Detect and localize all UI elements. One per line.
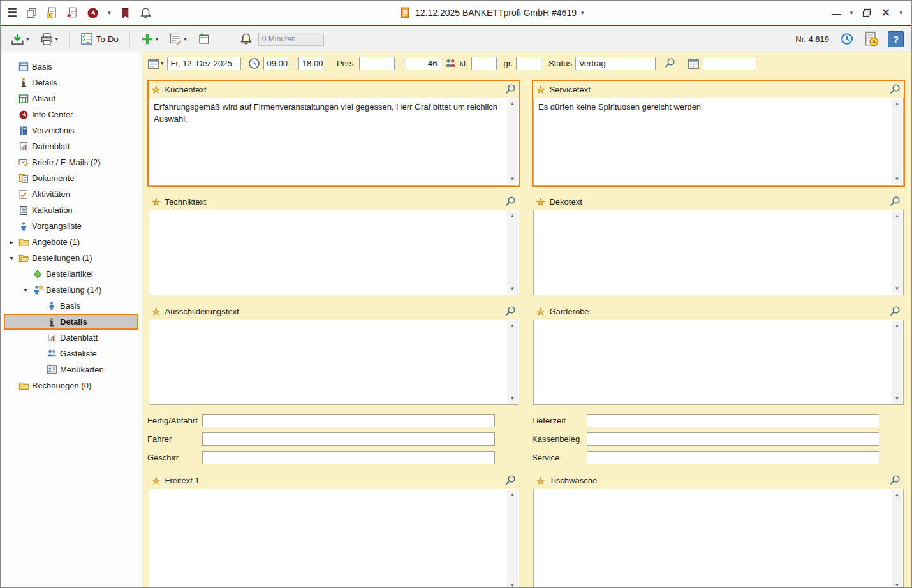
sidebar-item-details[interactable]: Details	[4, 314, 138, 330]
sidebar-item-details[interactable]: Details	[4, 75, 138, 91]
scroll-up-arrow[interactable]: ▲	[892, 99, 902, 109]
tree-expander-icon[interactable]: ▾	[5, 254, 18, 261]
sidebar-item-kalkulation[interactable]: Kalkulation	[4, 202, 138, 218]
sidebar-item-info-center[interactable]: Info Center	[4, 107, 138, 122]
magnifier-icon[interactable]	[664, 57, 675, 69]
time-from-field[interactable]: 09:00	[263, 57, 288, 70]
bookmark-icon[interactable]	[120, 8, 131, 18]
sidebar-item-rechnungen-0[interactable]: Rechnungen (0)	[4, 378, 138, 393]
minimize-button[interactable]: —	[832, 8, 841, 18]
tree-expander-icon[interactable]: ▾	[19, 286, 32, 293]
magnifier-icon[interactable]	[504, 196, 516, 207]
magnifier-icon[interactable]	[889, 84, 901, 95]
import-button[interactable]: ▾	[8, 31, 32, 48]
chevron-down-icon[interactable]: ▾	[899, 10, 902, 16]
scroll-down-arrow[interactable]: ▼	[892, 580, 902, 587]
scroll-up-arrow[interactable]: ▲	[892, 321, 902, 331]
textarea-servicetext[interactable]: Es dürfen keine Spirituosen gereicht wer…	[533, 98, 904, 186]
scroll-up-arrow[interactable]: ▲	[507, 490, 518, 500]
sidebar-item-bestellungen-1[interactable]: ▾Bestellungen (1)	[4, 250, 138, 266]
vertical-scrollbar[interactable]: ▲▼	[507, 490, 518, 587]
favorite-star-icon[interactable]: ★	[152, 85, 160, 94]
info-center-icon[interactable]	[87, 7, 99, 19]
field-input-fahrer[interactable]	[202, 432, 495, 446]
field-input-kassenbeleg[interactable]	[587, 432, 879, 446]
print-button[interactable]: ▾	[38, 31, 61, 48]
sidebar-item-datenblatt[interactable]: Datenblatt	[4, 330, 138, 346]
time-to-field[interactable]: 18:00	[298, 57, 323, 70]
favorite-star-icon[interactable]: ★	[536, 476, 545, 485]
note-button[interactable]: ▾	[166, 31, 189, 47]
scroll-down-arrow[interactable]: ▼	[892, 174, 902, 184]
magnifier-icon[interactable]	[889, 474, 901, 486]
chevron-down-icon[interactable]: ▾	[161, 60, 164, 66]
vertical-scrollbar[interactable]: ▲▼	[507, 99, 518, 184]
tree-expander-icon[interactable]: ▸	[5, 239, 18, 246]
window-title-group[interactable]: 12.12.2025 BANKETTprofi GmbH #4619 ▾	[152, 7, 832, 18]
magnifier-icon[interactable]	[504, 305, 516, 317]
sidebar-item-bestellartikel[interactable]: Bestellartikel	[4, 266, 138, 282]
reminder-bell-icon[interactable]	[240, 33, 253, 45]
persons-to-field[interactable]: 46	[406, 57, 441, 70]
extra-field[interactable]	[703, 57, 756, 70]
chevron-down-icon[interactable]: ▾	[184, 36, 187, 42]
field-input-lieferzeit[interactable]	[587, 414, 879, 427]
persons-from-field[interactable]	[359, 57, 395, 70]
textarea-kuechentext[interactable]: Erfahrungsgemäß wird auf Firmenveranstal…	[149, 98, 519, 186]
close-button[interactable]: ✕	[881, 7, 890, 18]
favorite-star-icon[interactable]: ★	[152, 476, 160, 485]
document-add-icon[interactable]	[66, 7, 78, 18]
scroll-down-arrow[interactable]: ▼	[507, 393, 518, 404]
vertical-scrollbar[interactable]: ▲▼	[892, 321, 902, 404]
sidebar-item-datenblatt[interactable]: Datenblatt	[4, 138, 138, 154]
sidebar-item-verzeichnis[interactable]: Verzeichnis	[4, 122, 138, 138]
add-button[interactable]: ▾	[138, 31, 161, 47]
calendar-icon[interactable]	[688, 57, 700, 70]
field-input-service[interactable]	[587, 451, 879, 464]
favorite-star-icon[interactable]: ★	[536, 307, 545, 316]
document-clock-icon[interactable]	[46, 7, 57, 18]
kl-field[interactable]	[471, 57, 497, 70]
favorite-star-icon[interactable]: ★	[536, 197, 545, 207]
sidebar-item-gaesteliste[interactable]: Gästeliste	[4, 346, 138, 362]
bell-icon[interactable]	[140, 7, 152, 19]
favorite-star-icon[interactable]: ★	[536, 85, 545, 94]
status-field[interactable]: Vertrag	[575, 57, 656, 70]
chevron-down-icon[interactable]: ▾	[581, 10, 584, 16]
sidebar-item-aktivitaeten[interactable]: Aktivitäten	[4, 186, 138, 202]
scroll-up-arrow[interactable]: ▲	[507, 321, 518, 331]
sidebar-item-menuekarten[interactable]: Menükarten	[4, 362, 138, 378]
calendar-button[interactable]: ▾	[147, 57, 164, 70]
sidebar-item-dokumente[interactable]: Dokumente	[4, 170, 138, 186]
magnifier-icon[interactable]	[504, 84, 516, 95]
favorite-star-icon[interactable]: ★	[152, 307, 160, 316]
sidebar-item-bestellung-14[interactable]: ▾Bestellung (14)	[4, 282, 138, 298]
sidebar-item-briefe-e-mails-2[interactable]: Briefe / E-Mails (2)	[4, 154, 138, 170]
field-input-fertig-abfahrt[interactable]	[202, 414, 495, 427]
magnifier-icon[interactable]	[504, 474, 516, 486]
field-input-geschirr[interactable]	[202, 451, 495, 464]
textarea-tischwaesche[interactable]: ▲▼	[533, 489, 904, 587]
scroll-up-arrow[interactable]: ▲	[507, 99, 518, 109]
vertical-scrollbar[interactable]: ▲▼	[507, 321, 518, 404]
vertical-scrollbar[interactable]: ▲▼	[507, 211, 518, 294]
textarea-techniktext[interactable]: ▲▼	[149, 210, 519, 295]
vertical-scrollbar[interactable]: ▲▼	[892, 99, 902, 184]
scroll-up-arrow[interactable]: ▲	[507, 211, 518, 221]
restore-button[interactable]	[862, 8, 872, 18]
chevron-down-icon[interactable]: ▾	[850, 10, 853, 16]
copy-window-icon[interactable]	[26, 8, 37, 18]
chevron-down-icon[interactable]: ▾	[26, 36, 29, 42]
menu-icon[interactable]: ☰	[7, 7, 17, 18]
chevron-down-icon[interactable]: ▾	[156, 36, 159, 42]
chevron-down-icon[interactable]: ▾	[55, 36, 59, 42]
history-refresh-icon[interactable]	[839, 31, 855, 47]
new-window-button[interactable]	[195, 31, 213, 47]
date-field[interactable]: Fr, 12. Dez 2025	[167, 57, 241, 70]
sidebar-item-basis[interactable]: Basis	[4, 298, 138, 314]
favorite-star-icon[interactable]: ★	[152, 197, 160, 207]
magnifier-icon[interactable]	[889, 305, 901, 317]
textarea-garderobe[interactable]: ▲▼	[533, 320, 904, 405]
magnifier-icon[interactable]	[889, 196, 901, 207]
persons-icon[interactable]	[445, 57, 457, 70]
